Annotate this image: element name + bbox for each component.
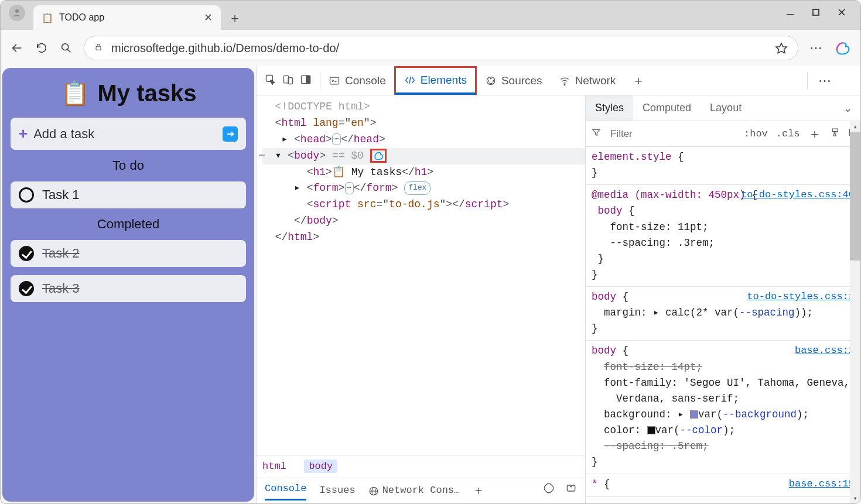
hov-toggle[interactable]: :hov	[744, 128, 768, 139]
back-button[interactable]	[10, 41, 24, 55]
crumb-body[interactable]: body	[304, 460, 337, 473]
checkbox-checked-icon[interactable]	[19, 281, 34, 296]
plus-icon: +	[19, 125, 28, 143]
dock-side-icon[interactable]	[300, 74, 312, 88]
svg-rect-14	[306, 76, 310, 83]
task-item[interactable]: Task 1	[11, 181, 246, 208]
lock-icon	[94, 42, 103, 55]
drawer-issues-icon[interactable]	[543, 482, 555, 499]
cls-toggle[interactable]: .cls	[776, 128, 800, 139]
copilot-badge-icon[interactable]	[370, 149, 387, 163]
dom-tree-line[interactable]: <!DOCTYPE html>	[262, 99, 585, 115]
close-window-button[interactable]	[837, 8, 846, 19]
task-item[interactable]: Task 2	[11, 240, 246, 267]
style-declaration[interactable]: element.style {	[592, 149, 855, 165]
scroll-up-icon[interactable]: ▴	[850, 121, 860, 132]
maximize-button[interactable]	[811, 8, 821, 19]
close-tab-icon[interactable]: ✕	[204, 11, 213, 24]
more-button[interactable]: ⋯	[809, 41, 823, 55]
task-item[interactable]: Task 3	[11, 275, 246, 302]
favorite-icon[interactable]	[774, 41, 788, 55]
style-declaration[interactable]: }	[592, 454, 855, 470]
address-bar[interactable]: microsoftedge.github.io/Demos/demo-to-do…	[84, 36, 798, 60]
window-controls	[785, 1, 857, 19]
styles-tab-layout[interactable]: Layout	[701, 95, 751, 121]
style-source-link[interactable]: base.css:15	[789, 476, 855, 492]
submit-task-button[interactable]: ➔	[223, 126, 238, 142]
style-declaration[interactable]: }	[592, 321, 855, 337]
dom-tree-line[interactable]: </body>	[262, 213, 585, 229]
styles-tab-computed[interactable]: Computed	[633, 95, 701, 121]
dom-tree-line[interactable]: ▸ <head>⋯</head>	[262, 132, 585, 148]
new-tab-button[interactable]: ＋	[223, 6, 247, 30]
dom-tree-line[interactable]: ▸ <form>⋯</form> flex	[262, 180, 585, 197]
style-declaration[interactable]: background: ▸ var(--background);	[592, 407, 855, 423]
dom-tree-line[interactable]: </html>	[262, 229, 585, 246]
style-declaration[interactable]: body {	[592, 203, 855, 219]
device-toggle-icon[interactable]	[282, 74, 294, 88]
paint-icon[interactable]	[829, 127, 840, 140]
dom-tree-line[interactable]: <html lang="en">	[262, 115, 585, 132]
more-tools-button[interactable]: ⋯	[818, 73, 831, 88]
styles-filter-input[interactable]	[609, 128, 736, 140]
filter-icon	[592, 128, 601, 140]
breadcrumb[interactable]: html body	[257, 455, 585, 478]
tab-network[interactable]: Network	[551, 66, 624, 95]
tab-elements[interactable]: Elements	[394, 66, 477, 95]
browser-tab[interactable]: 📋 TODO app ✕	[33, 5, 221, 30]
dom-tree-line[interactable]: ▾ <body> == $0	[262, 148, 585, 164]
drawer-expand-icon[interactable]	[565, 482, 577, 499]
profile-avatar[interactable]	[9, 5, 25, 21]
inspect-element-icon[interactable]	[265, 74, 276, 88]
search-button[interactable]	[59, 41, 73, 55]
new-style-button[interactable]: ＋	[808, 125, 821, 143]
style-rule[interactable]: to-do-styles.css:40@media (max-width: 45…	[586, 185, 860, 287]
clipboard-icon: 📋	[42, 12, 53, 23]
style-rule[interactable]: element.style {}	[586, 147, 860, 185]
style-declaration[interactable]: color: var(--color);	[592, 423, 855, 438]
crumb-html[interactable]: html	[262, 461, 286, 472]
dom-tree-line[interactable]: <h1>📋 My tasks</h1>	[262, 164, 585, 181]
style-rule[interactable]: base.css:1body { font-size: 14pt; font-f…	[586, 341, 860, 474]
add-task-input[interactable]: + Add a task ➔	[11, 118, 246, 150]
svg-rect-2	[813, 9, 819, 15]
style-declaration[interactable]: Verdana, sans-serif;	[592, 391, 855, 407]
styles-tab-styles[interactable]: Styles	[586, 95, 633, 121]
scroll-down-icon[interactable]: ▾	[850, 493, 860, 503]
style-declaration[interactable]: --spacing: .5rem;	[592, 438, 855, 454]
task-label: Task 2	[42, 246, 80, 261]
chevron-down-icon[interactable]: ⌄	[843, 102, 860, 115]
style-declaration[interactable]: --spacing: .3rem;	[592, 235, 855, 251]
drawer-tab-network-conditions[interactable]: Network Cons…	[368, 483, 460, 498]
tab-console[interactable]: Console	[320, 66, 394, 95]
style-source-link[interactable]: to-do-styles.css:40	[741, 187, 855, 203]
style-declaration[interactable]: }	[592, 165, 855, 181]
style-rule[interactable]: to-do-styles.css:1body { margin: ▸ calc(…	[586, 287, 860, 341]
drawer-add-tab[interactable]: ＋	[473, 482, 484, 500]
tab-sources[interactable]: Sources	[477, 66, 551, 95]
style-source-link[interactable]: base.css:1	[795, 343, 855, 358]
minimize-button[interactable]	[785, 8, 795, 19]
style-declaration[interactable]: font-family: 'Segoe UI', Tahoma, Geneva,	[592, 375, 855, 391]
refresh-button[interactable]	[35, 41, 49, 55]
styles-rules[interactable]: element.style {}to-do-styles.css:40@medi…	[586, 147, 860, 503]
dom-tree[interactable]: <!DOCTYPE html> <html lang="en"> ▸ <head…	[257, 95, 585, 455]
style-rule[interactable]: base.css:15* {	[586, 474, 860, 496]
style-source-link[interactable]: to-do-styles.css:1	[747, 289, 855, 304]
checkbox-unchecked-icon[interactable]	[19, 187, 34, 203]
scrollbar-thumb[interactable]	[850, 132, 860, 260]
drawer-tab-console[interactable]: Console	[265, 481, 306, 500]
style-declaration[interactable]: font-size: 14pt;	[592, 359, 855, 375]
drawer-tab-issues[interactable]: Issues	[319, 483, 355, 498]
svg-point-22	[564, 84, 565, 85]
style-declaration[interactable]: margin: ▸ calc(2* var(--spacing));	[592, 305, 855, 321]
dom-tree-line[interactable]: <script src="to-do.js"></script>	[262, 197, 585, 213]
more-tabs-button[interactable]: ＋	[624, 66, 653, 95]
style-declaration[interactable]: font-size: 11pt;	[592, 220, 855, 235]
copilot-button[interactable]	[833, 39, 851, 57]
checkbox-checked-icon[interactable]	[19, 246, 34, 261]
style-declaration[interactable]: }	[592, 267, 855, 283]
style-declaration[interactable]: }	[592, 251, 855, 267]
svg-point-19	[490, 78, 491, 79]
drawer: Console Issues Network Cons… ＋	[257, 478, 585, 503]
